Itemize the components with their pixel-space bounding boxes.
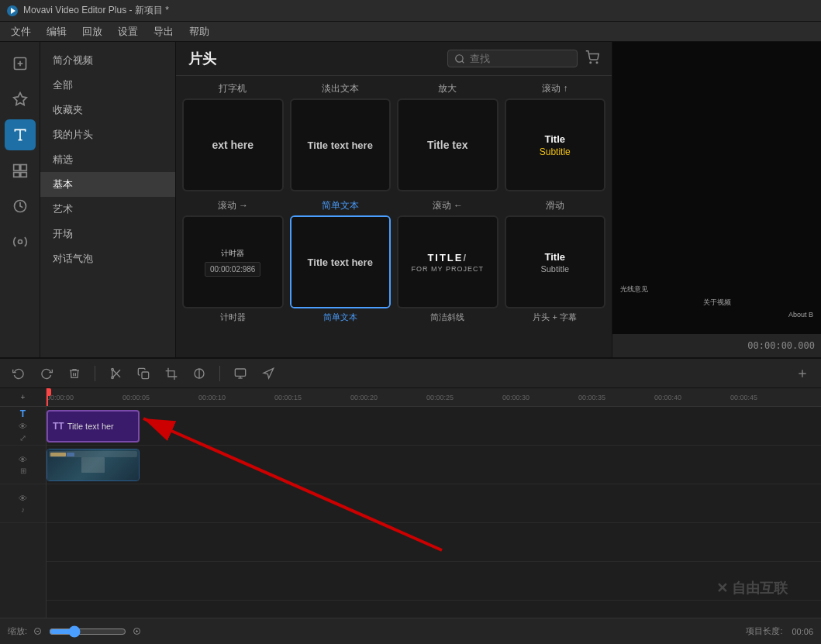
split-view-button[interactable] bbox=[257, 363, 279, 384]
label-title-sub-bottom: 片头 + 字幕 bbox=[505, 312, 606, 323]
text-clip-label: Title text her bbox=[67, 422, 114, 431]
track-eye-video[interactable]: 👁 bbox=[19, 455, 27, 464]
nav-my-titles[interactable]: 我的片头 bbox=[40, 122, 175, 147]
templates-row1: ext here Title text here Title tex Title… bbox=[176, 98, 612, 191]
nav-basic[interactable]: 基本 bbox=[40, 172, 175, 197]
track-icons-audio: 👁 ♪ bbox=[19, 494, 27, 514]
crop-button[interactable] bbox=[160, 363, 182, 384]
titlebar: Movavi Video Editor Plus - 新项目 * bbox=[0, 0, 821, 22]
text-clip-icon: TT bbox=[53, 421, 64, 432]
nav-art[interactable]: 艺术 bbox=[40, 197, 175, 222]
copy-button[interactable] bbox=[133, 363, 154, 384]
toolbar-separator-1 bbox=[95, 366, 95, 381]
preview-time: 00:00:00.000 bbox=[747, 340, 815, 351]
template-scroll-right[interactable]: 计时器 00:00:02:986 bbox=[182, 215, 284, 308]
track-labels: + T 👁 ⤢ 👁 ⊞ 👁 ♪ bbox=[0, 388, 47, 618]
add-track-button[interactable] bbox=[792, 363, 813, 384]
template-scroll-up[interactable]: Title Subtitle bbox=[505, 98, 606, 191]
zoom-in-icon bbox=[133, 627, 142, 636]
sidebar-favorites[interactable] bbox=[5, 84, 36, 115]
app-icon bbox=[6, 5, 19, 17]
content-area: 片头 打字机 淡出文本 放大 滚动 ↑ ext here bbox=[176, 42, 612, 357]
menu-edit[interactable]: 编辑 bbox=[39, 22, 74, 41]
undo-button[interactable] bbox=[8, 363, 29, 384]
zoom-slider[interactable] bbox=[49, 625, 126, 638]
preview-label-3: About B bbox=[620, 311, 813, 319]
tab-typewriter[interactable]: 打字机 bbox=[182, 79, 284, 98]
track-eye-audio[interactable]: 👁 bbox=[19, 494, 27, 503]
menubar: 文件 编辑 回放 设置 导出 帮助 bbox=[0, 22, 821, 42]
ruler-mark-5: 00:00:25 bbox=[426, 394, 454, 401]
nav-intro-video[interactable]: 简介视频 bbox=[40, 48, 175, 73]
ruler-mark-7: 00:00:35 bbox=[578, 394, 605, 401]
video-clip[interactable] bbox=[47, 449, 140, 481]
sidebar-transitions[interactable] bbox=[5, 155, 36, 186]
tab-zoom[interactable]: 放大 bbox=[397, 79, 498, 98]
text-clip[interactable]: TT Title text her bbox=[47, 410, 140, 443]
track-move-text[interactable]: ⤢ bbox=[19, 433, 26, 443]
cart-button[interactable] bbox=[585, 50, 599, 67]
sidebar-history[interactable] bbox=[5, 191, 36, 222]
track-audio-icon: ♪ bbox=[21, 505, 25, 514]
nav-callout[interactable]: 对话气泡 bbox=[40, 246, 175, 271]
audio-track-row bbox=[47, 484, 821, 523]
label-simple-text-bottom: 简单文本 bbox=[290, 312, 392, 323]
search-bar bbox=[447, 50, 578, 67]
sidebar-tools[interactable] bbox=[5, 226, 36, 257]
template-typewriter[interactable]: ext here bbox=[182, 98, 284, 191]
template-timer-time: 00:00:02:986 bbox=[205, 262, 260, 277]
content-header: 片头 bbox=[176, 42, 612, 76]
svg-point-12 bbox=[456, 54, 463, 61]
add-marker-button[interactable]: + bbox=[21, 393, 26, 401]
ruler-mark-3: 00:00:15 bbox=[274, 394, 302, 401]
svg-rect-7 bbox=[20, 165, 26, 171]
tab-scroll-up[interactable]: 滚动 ↑ bbox=[505, 79, 606, 98]
sidebar-icons bbox=[0, 42, 40, 357]
toolbar-separator-2 bbox=[219, 366, 220, 381]
template-scroll-title: Title bbox=[545, 133, 566, 145]
track-icons-text: T 👁 ⤢ bbox=[19, 408, 27, 443]
svg-marker-5 bbox=[13, 93, 26, 105]
nav-all[interactable]: 全部 bbox=[40, 73, 175, 98]
preview-video: 光线意见 关于视频 About B bbox=[612, 42, 821, 334]
cut-button[interactable] bbox=[105, 363, 126, 384]
template-ts-sub: Subtitle bbox=[540, 264, 569, 274]
svg-marker-27 bbox=[264, 368, 274, 378]
template-fadetext[interactable]: Title text here bbox=[290, 98, 392, 191]
tab-scroll-right[interactable]: 滚动 → bbox=[182, 196, 284, 215]
tab-fadetext[interactable]: 淡出文本 bbox=[290, 79, 392, 98]
template-fadetext-text: Title text here bbox=[308, 139, 373, 151]
svg-point-15 bbox=[596, 62, 598, 64]
sidebar-add-media[interactable] bbox=[5, 48, 36, 79]
search-input[interactable] bbox=[470, 53, 571, 64]
preview-label-2: 关于视频 bbox=[620, 298, 813, 308]
sidebar-titles[interactable] bbox=[5, 119, 36, 150]
svg-rect-8 bbox=[13, 173, 19, 177]
ruler-mark-8: 00:00:40 bbox=[654, 394, 681, 401]
audio-button[interactable] bbox=[229, 363, 251, 384]
menu-settings[interactable]: 设置 bbox=[110, 22, 146, 41]
redo-button[interactable] bbox=[36, 363, 57, 384]
menu-help[interactable]: 帮助 bbox=[181, 22, 217, 41]
template-zoom-text: Title tex bbox=[427, 139, 468, 151]
delete-button[interactable] bbox=[64, 363, 85, 384]
menu-export[interactable]: 导出 bbox=[146, 22, 181, 41]
video-track-row bbox=[47, 446, 821, 484]
track-label-video: 👁 ⊞ bbox=[0, 446, 46, 484]
template-title-sub[interactable]: Title Subtitle bbox=[505, 215, 606, 308]
menu-file[interactable]: 文件 bbox=[3, 22, 39, 41]
template-slash[interactable]: TITLE/ FOR MY PROJECT bbox=[397, 215, 498, 308]
nav-favorites[interactable]: 收藏夹 bbox=[40, 98, 175, 122]
track-eye-text[interactable]: 👁 bbox=[19, 422, 27, 431]
track-rows: TT Title text her bbox=[47, 407, 821, 618]
nav-featured[interactable]: 精选 bbox=[40, 147, 175, 172]
project-length-value: 00:06 bbox=[792, 627, 813, 636]
template-zoom[interactable]: Title tex bbox=[397, 98, 498, 191]
color-button[interactable] bbox=[188, 363, 210, 384]
menu-playback[interactable]: 回放 bbox=[74, 22, 110, 41]
nav-opener[interactable]: 开场 bbox=[40, 222, 175, 246]
tab-title-sub[interactable]: 滑动 bbox=[505, 196, 606, 215]
template-simple-text[interactable]: Title text here bbox=[290, 215, 392, 308]
ruler-mark-1: 00:00:05 bbox=[122, 394, 150, 401]
tab-slash[interactable]: 滚动 ← bbox=[397, 196, 498, 215]
